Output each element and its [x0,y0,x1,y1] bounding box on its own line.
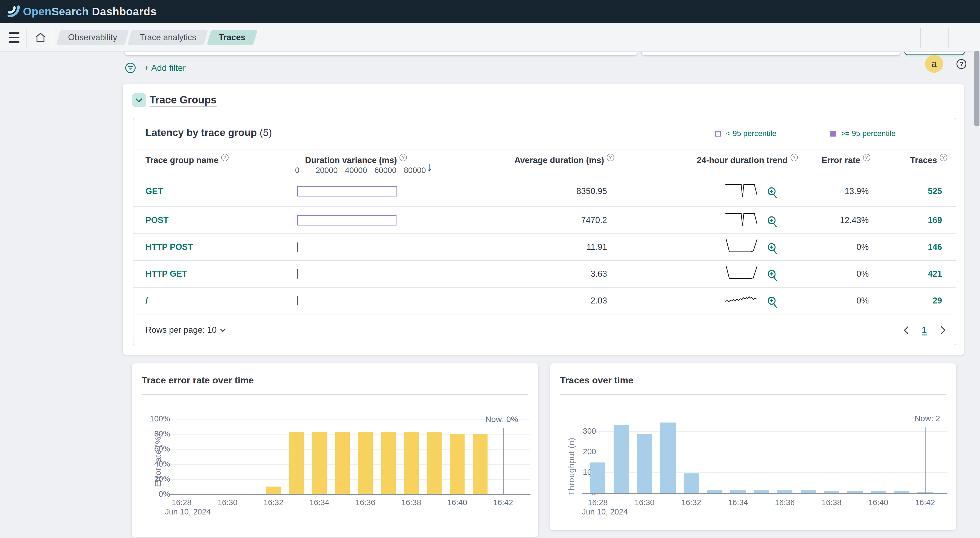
x-tick-label: 16:38 [401,498,422,507]
trace-group-link[interactable]: HTTP GET [145,269,187,279]
add-filter-button[interactable]: + Add filter [144,63,186,73]
legend-item: < 95 percentile [715,129,776,138]
magnifier-zoom-icon[interactable] [766,186,779,199]
filled-square-icon [830,131,835,137]
bar [358,432,373,494]
bar [684,473,699,493]
breadcrumb-observability[interactable]: Observability [58,30,127,45]
x-tick-label: 16:38 [822,498,842,507]
gridline [582,431,947,432]
trace-group-link[interactable]: HTTP POST [145,242,193,252]
bar [777,490,792,493]
bar [730,490,746,493]
column-header-traces[interactable]: Traces [888,155,947,165]
trace-groups-title[interactable]: Trace Groups [150,94,216,106]
traces-count-link[interactable]: 146 [928,242,942,252]
question-icon[interactable] [940,154,947,161]
x-tick-label: 16:32 [681,498,702,507]
duration-trend-sparkline [725,182,758,198]
traces-count-link[interactable]: 421 [928,269,942,279]
table-footer: Rows per page: 10 1 [134,314,956,345]
bar [427,433,442,494]
chevron-down-icon[interactable] [132,93,146,107]
traces-over-time-card: Traces over time Throughput (n) 01002003… [550,363,956,530]
x-tick-label: 16:30 [635,498,655,507]
legend-label: >= 95 percentile [840,129,896,138]
variance-axis-tick: 0 [295,166,299,175]
variance-axis-tick: 40000 [345,166,367,175]
rows-per-page-button[interactable]: Rows per page: 10 [145,325,225,335]
breadcrumb-label: Traces [219,33,245,42]
magnifier-zoom-icon[interactable] [766,269,779,282]
table-row: HTTP GET3.630%421 [134,261,956,287]
sort-desc-arrow-icon[interactable]: ↓ [426,159,432,174]
average-duration-value: 11.91 [516,242,607,252]
legend-label: < 95 percentile [726,129,776,138]
table-row: /2.030%29 [134,287,956,314]
traces-count-link[interactable]: 169 [928,216,942,225]
duration-variance-boxplot [297,296,298,305]
breadcrumb-trace-analytics[interactable]: Trace analytics [130,30,206,45]
average-duration-value: 7470.2 [516,216,607,225]
bar [754,490,769,493]
panel-title: Latency by trace group (5) [145,127,272,139]
question-icon[interactable] [399,154,407,161]
column-header-duration-variance[interactable]: Duration variance (ms) [297,155,415,165]
opensearch-logo-icon [6,4,20,19]
x-tick-label: 16:34 [310,498,329,507]
bar [404,433,418,494]
next-page-icon[interactable] [939,327,945,333]
filter-icon[interactable] [124,62,137,74]
question-icon[interactable] [863,154,870,161]
duration-trend-sparkline [725,212,758,227]
x-tick-label: 16:28 [172,498,192,507]
trace-group-link[interactable]: POST [145,216,169,225]
traces-count-link[interactable]: 525 [928,186,942,196]
x-tick-label: 16:42 [915,498,935,507]
breadcrumb-traces[interactable]: Traces [209,30,255,45]
help-icon[interactable]: ? [956,59,966,69]
magnifier-zoom-icon[interactable] [766,215,779,228]
x-tick-label: 16:36 [355,498,375,507]
avatar[interactable]: a [925,55,943,73]
bar [894,491,910,493]
bar [800,490,816,493]
divider [920,28,921,48]
error-rate-value: 0% [811,296,869,306]
traces-count-cell: 525 [896,186,942,196]
home-icon[interactable] [35,30,46,45]
y-tick-label: 100% [140,414,170,423]
breadcrumb: ObservabilityTrace analyticsTraces [58,30,255,45]
average-duration-value: 2.03 [516,296,607,306]
nav-bar: ObservabilityTrace analyticsTraces a ? [0,23,980,52]
duration-trend-sparkline [725,265,758,281]
table-row: HTTP POST11.910%146 [134,234,956,261]
brand-dashboards: Dashboards [89,5,157,18]
x-tick-label: 16:40 [869,498,888,507]
column-header-average-duration[interactable]: Average duration (ms) [511,155,614,165]
column-header-duration-trend[interactable]: 24-hour duration trend [693,155,802,165]
column-header-error-rate[interactable]: Error rate [790,155,870,165]
x-tick-label: 16:34 [728,498,748,507]
previous-page-icon[interactable] [904,327,909,333]
bar [473,434,488,494]
x-tick-label: 16:36 [775,498,795,507]
menu-icon[interactable] [9,32,19,43]
traces-count-cell: 29 [896,296,942,306]
page-number[interactable]: 1 [922,325,927,335]
magnifier-zoom-icon[interactable] [766,242,779,255]
trace-group-link[interactable]: / [145,296,148,306]
trace-group-link[interactable]: GET [145,186,163,196]
x-axis-line [582,493,947,494]
question-icon[interactable] [607,154,614,161]
traces-count-link[interactable]: 29 [933,296,942,305]
question-icon[interactable] [221,154,229,161]
scrollbar-thumb[interactable] [974,51,980,126]
y-tick-label: 20% [140,474,170,484]
divider [26,28,27,48]
column-header-trace-group-name[interactable]: Trace group name [145,155,229,165]
now-marker-line [503,428,504,494]
magnifier-zoom-icon[interactable] [766,295,779,309]
app-header: OpenSearch Dashboards [0,0,980,23]
bar [660,423,676,493]
